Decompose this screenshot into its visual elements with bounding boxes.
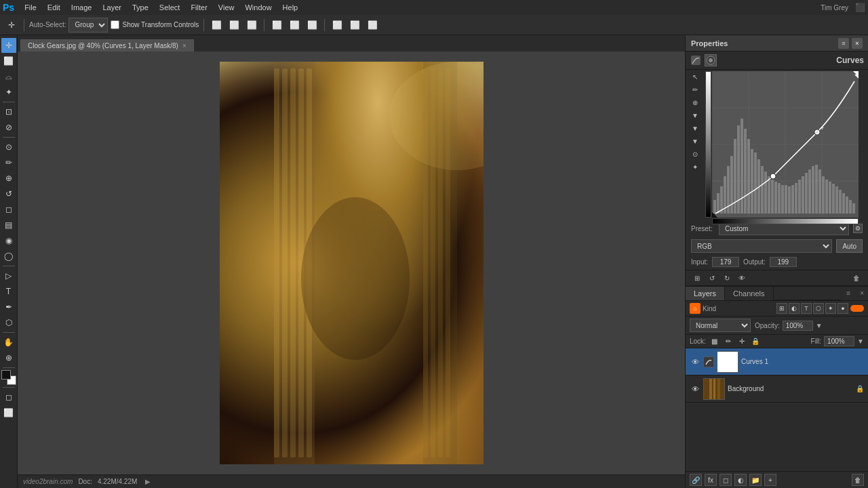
distribute2-btn[interactable]: ⬜ xyxy=(347,18,362,33)
reset-btn[interactable]: ↻ xyxy=(721,272,733,284)
quick-mask-btn[interactable]: ◻ xyxy=(1,390,16,405)
move-tool-btn[interactable]: ✛ xyxy=(4,18,19,33)
channel-dropdown[interactable]: RGB Red Green Blue xyxy=(691,239,832,253)
align-left-btn[interactable]: ⬜ xyxy=(209,18,224,33)
filter-shape-btn[interactable]: ⬡ xyxy=(813,303,824,314)
text-tool[interactable]: T xyxy=(1,284,16,299)
fill-arrow[interactable]: ▼ xyxy=(857,338,864,345)
panel-options-btn[interactable]: ≡ xyxy=(841,287,856,300)
zoom-tool[interactable]: ⊕ xyxy=(1,350,16,365)
fill-input[interactable] xyxy=(824,336,854,346)
sample-midtone[interactable]: ▼ xyxy=(690,123,701,134)
menu-layer[interactable]: Layer xyxy=(98,2,126,13)
output-value[interactable] xyxy=(770,257,797,267)
delete-btn[interactable]: 🗑 xyxy=(850,272,863,284)
screen-mode-btn[interactable]: ⬜ xyxy=(1,405,16,420)
distribute-btn[interactable]: ⬜ xyxy=(330,18,344,33)
new-layer-btn[interactable]: + xyxy=(764,474,776,486)
curves-active-icon[interactable] xyxy=(705,54,717,66)
blur-tool[interactable]: ◉ xyxy=(1,233,16,248)
add-mask-btn[interactable]: ◻ xyxy=(719,474,732,486)
filter-toggle[interactable] xyxy=(850,305,864,312)
previous-state-btn[interactable]: ↺ xyxy=(706,272,718,284)
canvas-wrapper[interactable] xyxy=(18,52,685,474)
align-center-h-btn[interactable]: ⬜ xyxy=(226,18,241,33)
panel-close-btn[interactable]: × xyxy=(856,287,868,300)
curves-graph[interactable]: + xyxy=(712,71,859,218)
eraser-tool[interactable]: ◻ xyxy=(1,202,16,217)
new-adjustment-btn[interactable]: ◐ xyxy=(734,474,747,486)
add-link-btn[interactable]: 🔗 xyxy=(690,474,702,486)
distribute3-btn[interactable]: ⬜ xyxy=(365,18,380,33)
opacity-input[interactable] xyxy=(783,321,813,331)
curves-adjustment-icon[interactable] xyxy=(690,54,702,66)
filter-type-btn[interactable]: T xyxy=(801,303,812,314)
pointer-tool[interactable]: ↖ xyxy=(690,71,701,82)
gradient-tool[interactable]: ▤ xyxy=(1,218,16,232)
window-controls[interactable]: ⬛ xyxy=(855,3,865,12)
black-point-triangle[interactable] xyxy=(712,212,717,218)
tab-close-btn[interactable]: × xyxy=(182,42,186,49)
sample-tool[interactable]: ⊕ xyxy=(690,97,701,108)
filter-smart-btn[interactable]: ✦ xyxy=(825,303,836,314)
layer-eye-curves1[interactable]: 👁 xyxy=(690,357,701,367)
menu-edit[interactable]: Edit xyxy=(43,2,65,13)
menu-filter[interactable]: Filter xyxy=(186,2,212,13)
lock-all-btn[interactable]: 🔒 xyxy=(751,337,760,346)
doc-info-arrow[interactable]: ▶ xyxy=(145,478,151,485)
shape-tool[interactable]: ⬡ xyxy=(1,315,16,330)
menu-image[interactable]: Image xyxy=(66,2,97,13)
color-swatches[interactable] xyxy=(1,370,16,385)
magic-wand-tool[interactable]: ✦ xyxy=(1,85,16,100)
panel-close-btn[interactable]: × xyxy=(852,38,863,49)
filter-adjustment-btn[interactable]: ◐ xyxy=(789,303,800,314)
blend-mode-dropdown[interactable]: Normal Multiply Screen Overlay xyxy=(690,319,751,332)
menu-help[interactable]: Help xyxy=(278,2,303,13)
menu-file[interactable]: File xyxy=(20,2,41,13)
new-group-btn[interactable]: 📁 xyxy=(749,474,762,486)
sample-shadow[interactable]: ▼ xyxy=(690,110,701,121)
curves-extra[interactable]: ⊙ xyxy=(690,148,701,159)
layer-item-background[interactable]: 👁 Background 🔒 xyxy=(686,375,868,403)
menu-type[interactable]: Type xyxy=(127,2,153,13)
dodge-tool[interactable]: ◯ xyxy=(1,249,16,264)
lock-transparent-btn[interactable]: ▩ xyxy=(710,337,719,346)
lasso-tool[interactable]: ⌓ xyxy=(1,69,16,84)
input-value[interactable] xyxy=(712,257,739,267)
align-middle-v-btn[interactable]: ⬜ xyxy=(287,18,302,33)
sample-highlight[interactable]: ▼ xyxy=(690,136,701,146)
foreground-color-swatch[interactable] xyxy=(1,370,11,380)
brush-tool[interactable]: ✏ xyxy=(1,155,16,170)
tab-channels[interactable]: Channels xyxy=(725,287,773,300)
delete-layer-btn[interactable]: 🗑 xyxy=(852,474,864,486)
align-right-btn[interactable]: ⬜ xyxy=(244,18,259,33)
document-tab[interactable]: Clock Gears.jpg @ 40% (Curves 1, Layer M… xyxy=(20,39,194,52)
align-top-btn[interactable]: ⬜ xyxy=(269,18,284,33)
curves-extra2[interactable]: ✦ xyxy=(690,161,701,172)
menu-window[interactable]: Window xyxy=(240,2,276,13)
white-point-triangle[interactable] xyxy=(853,71,859,77)
clone-tool[interactable]: ⊕ xyxy=(1,171,16,186)
layer-item-curves1[interactable]: 👁 Curves 1 xyxy=(686,348,868,375)
healing-tool[interactable]: ⊙ xyxy=(1,140,16,155)
panel-menu-btn[interactable]: ≡ xyxy=(838,38,849,49)
lock-position-btn[interactable]: ✛ xyxy=(737,337,747,346)
crop-tool[interactable]: ⊡ xyxy=(1,104,16,119)
visibility-btn[interactable]: 👁 xyxy=(736,272,748,284)
move-tool[interactable]: ✛ xyxy=(1,38,16,53)
filter-pixel-btn[interactable]: ⊞ xyxy=(776,303,787,314)
pencil-tool[interactable]: ✏ xyxy=(690,84,701,95)
path-tool[interactable]: ▷ xyxy=(1,268,16,283)
preset-options-btn[interactable]: ⚙ xyxy=(853,224,863,233)
layer-eye-background[interactable]: 👁 xyxy=(690,384,701,394)
lock-image-btn[interactable]: ✏ xyxy=(724,337,733,346)
auto-button[interactable]: Auto xyxy=(836,239,863,253)
add-style-btn[interactable]: fx xyxy=(705,474,717,486)
auto-select-dropdown[interactable]: Group Layer xyxy=(68,18,108,33)
tab-layers[interactable]: Layers xyxy=(686,287,725,300)
marquee-tool[interactable]: ⬜ xyxy=(1,54,16,68)
eyedropper-tool[interactable]: ⊘ xyxy=(1,120,16,135)
history-tool[interactable]: ↺ xyxy=(1,186,16,201)
clip-to-layer-btn[interactable]: ⊞ xyxy=(691,272,703,284)
opacity-arrow[interactable]: ▼ xyxy=(816,322,823,329)
